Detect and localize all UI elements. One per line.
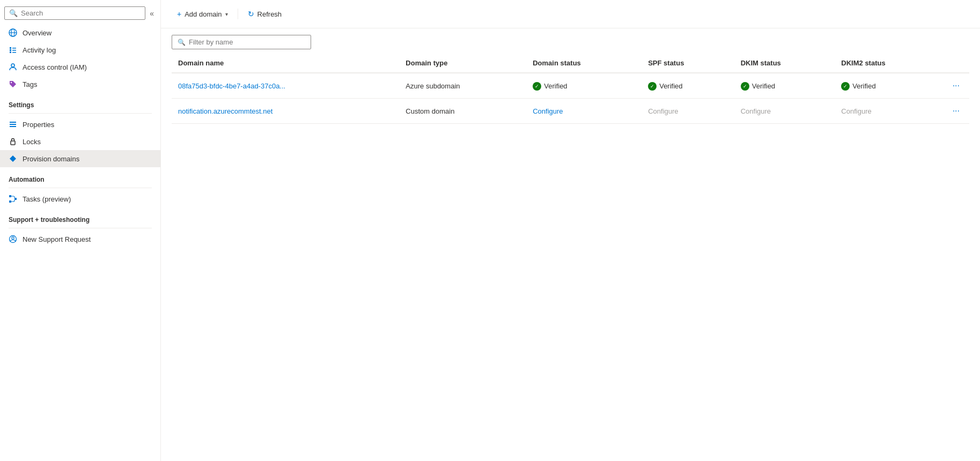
spf-configure: Configure: [648, 107, 678, 115]
svg-rect-17: [14, 198, 17, 200]
bars-icon: [9, 120, 17, 129]
spf-status-cell: ✓ Verified: [642, 73, 734, 99]
filter-input-wrap[interactable]: 🔍: [172, 35, 311, 49]
domain-table: Domain name Domain type Domain status SP…: [161, 54, 980, 461]
lock-icon: [9, 137, 17, 146]
verified-badge: ✓ Verified: [841, 82, 875, 91]
sidebar-item-tasks[interactable]: Tasks (preview): [0, 190, 160, 207]
person-circle-icon: [9, 235, 17, 243]
section-automation-header: Automation: [0, 167, 160, 185]
sidebar-item-overview[interactable]: Overview: [0, 24, 160, 41]
search-input[interactable]: [21, 9, 141, 17]
svg-rect-7: [10, 51, 11, 53]
sidebar-item-provision-domains[interactable]: Provision domains: [0, 150, 160, 167]
sidebar-item-tags-label: Tags: [23, 80, 37, 88]
toolbar-divider: [238, 9, 238, 19]
svg-rect-13: [10, 126, 16, 127]
sidebar-item-new-support[interactable]: New Support Request: [0, 230, 160, 248]
list-icon: [9, 46, 17, 54]
filter-row: 🔍: [161, 28, 980, 54]
svg-rect-5: [10, 49, 11, 51]
domain-type-cell: Azure subdomain: [399, 73, 526, 99]
section-support-header: Support + troubleshooting: [0, 207, 160, 226]
sidebar-item-activity-log-label: Activity log: [23, 46, 56, 54]
verified-badge: ✓ Verified: [741, 82, 775, 91]
svg-point-19: [12, 237, 14, 239]
sidebar-item-properties[interactable]: Properties: [0, 116, 160, 133]
configure-link[interactable]: Configure: [533, 107, 563, 115]
sidebar-item-provision-domains-label: Provision domains: [23, 155, 79, 163]
domain-status-cell[interactable]: Configure: [526, 99, 642, 124]
svg-rect-6: [12, 50, 16, 51]
flow-icon: [9, 195, 17, 203]
section-settings-header: Settings: [0, 93, 160, 111]
column-header-dkim-status: DKIM status: [734, 54, 835, 73]
sidebar-item-new-support-label: New Support Request: [23, 235, 91, 243]
section-divider-automation: [9, 188, 152, 188]
sidebar-item-tasks-label: Tasks (preview): [23, 195, 71, 203]
dkim2-configure: Configure: [841, 107, 871, 115]
domain-name-link[interactable]: notification.azurecommtest.net: [178, 107, 272, 115]
section-divider-support: [9, 228, 152, 228]
add-domain-button[interactable]: + Add domain ▾: [172, 6, 233, 21]
column-header-domain-status: Domain status: [526, 54, 642, 73]
verified-icon: ✓: [533, 82, 541, 91]
filter-search-icon: 🔍: [178, 39, 186, 46]
domain-type-cell: Custom domain: [399, 99, 526, 124]
svg-rect-8: [12, 52, 16, 53]
sidebar-item-properties-label: Properties: [23, 121, 54, 129]
verified-icon: ✓: [648, 82, 657, 91]
refresh-icon: ↻: [248, 10, 254, 18]
table-row: 08fa75d3-bfdc-4be7-a4ad-37c0a...Azure su…: [172, 73, 969, 99]
svg-rect-14: [11, 141, 15, 145]
sidebar-item-access-control[interactable]: Access control (IAM): [0, 58, 160, 76]
row-actions-cell: ···: [943, 99, 969, 124]
sidebar-item-overview-label: Overview: [23, 29, 51, 37]
sidebar-item-tags[interactable]: Tags: [0, 76, 160, 93]
collapse-sidebar-button[interactable]: «: [148, 7, 156, 20]
dkim2-status-cell: ✓ Verified: [835, 73, 942, 99]
verified-badge: ✓ Verified: [648, 82, 682, 91]
diamond-icon: [9, 154, 17, 163]
sidebar-search-box[interactable]: 🔍: [4, 6, 145, 20]
sidebar-item-access-control-label: Access control (IAM): [23, 63, 87, 71]
sidebar-item-activity-log[interactable]: Activity log: [0, 41, 160, 58]
refresh-button[interactable]: ↻ Refresh: [242, 6, 288, 21]
dkim2-status-cell: Configure: [835, 99, 942, 124]
dkim-status-cell: ✓ Verified: [734, 73, 835, 99]
svg-rect-16: [9, 200, 11, 203]
column-header-dkim2-status: DKIM2 status: [835, 54, 942, 73]
add-domain-chevron-icon: ▾: [225, 11, 228, 17]
domain-name-link[interactable]: 08fa75d3-bfdc-4be7-a4ad-37c0a...: [178, 82, 285, 90]
table-header-row: Domain name Domain type Domain status SP…: [172, 54, 969, 73]
domain-status-cell: ✓ Verified: [526, 73, 642, 99]
column-header-domain-name: Domain name: [172, 54, 399, 73]
refresh-label: Refresh: [257, 10, 282, 18]
svg-rect-15: [9, 195, 11, 197]
add-domain-label: Add domain: [185, 10, 222, 18]
sidebar: 🔍 « Overview Activity log Access control…: [0, 0, 161, 461]
svg-rect-3: [10, 47, 11, 49]
sidebar-item-locks-label: Locks: [23, 138, 41, 146]
verified-icon: ✓: [741, 82, 749, 91]
row-ellipsis-button[interactable]: ···: [949, 80, 963, 92]
sidebar-search-row: 🔍 «: [0, 4, 160, 24]
toolbar: + Add domain ▾ ↻ Refresh: [161, 0, 980, 28]
column-header-domain-type: Domain type: [399, 54, 526, 73]
sidebar-item-locks[interactable]: Locks: [0, 133, 160, 150]
column-header-spf-status: SPF status: [642, 54, 734, 73]
svg-point-10: [11, 82, 12, 83]
person-icon: [9, 63, 17, 71]
table-row: notification.azurecommtest.netCustom dom…: [172, 99, 969, 124]
row-ellipsis-button[interactable]: ···: [949, 105, 963, 117]
tag-icon: [9, 80, 17, 88]
add-icon: +: [177, 10, 181, 18]
filter-by-name-input[interactable]: [189, 38, 305, 46]
verified-icon: ✓: [841, 82, 850, 91]
svg-point-9: [11, 64, 14, 67]
dkim-status-cell: Configure: [734, 99, 835, 124]
svg-rect-12: [10, 124, 16, 125]
dkim-configure: Configure: [741, 107, 771, 115]
globe-icon: [9, 28, 17, 37]
svg-rect-11: [10, 122, 16, 123]
